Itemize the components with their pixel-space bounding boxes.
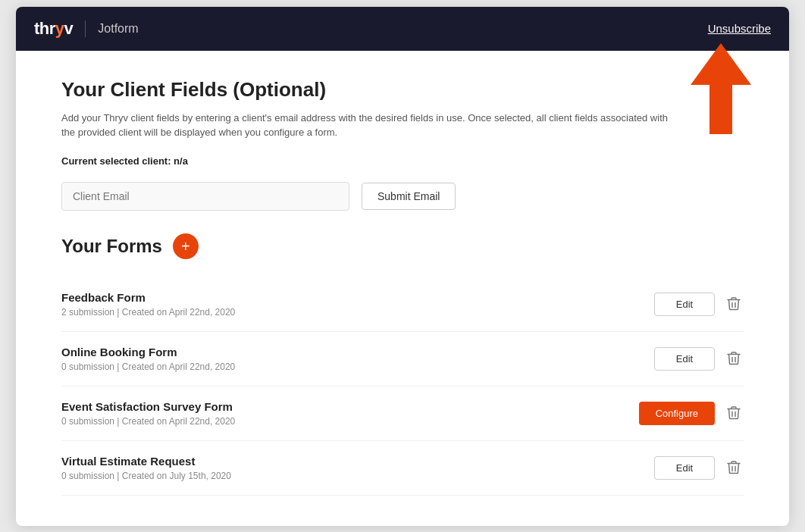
form-meta: 0 submission | Created on July 15th, 202… — [61, 471, 231, 481]
email-input[interactable] — [61, 182, 349, 211]
forms-section-title: Your Forms — [61, 236, 162, 257]
description-text: Add your Thryv client fields by entering… — [61, 111, 683, 140]
form-name: Event Satisfaction Survey Form — [61, 400, 235, 413]
logo: thryv — [34, 19, 73, 39]
form-meta: 2 submission | Created on April 22nd, 20… — [61, 307, 235, 318]
form-meta: 0 submission | Created on April 22nd, 20… — [61, 416, 235, 427]
form-item: Online Booking Form 0 submission | Creat… — [61, 332, 744, 386]
current-client-label: Current selected client: n/a — [61, 155, 744, 167]
header-divider — [85, 20, 86, 37]
form-actions: Edit — [654, 293, 744, 316]
form-actions: Edit — [654, 347, 744, 371]
form-action-button[interactable]: Edit — [654, 347, 715, 371]
app-name-label: Jotform — [98, 22, 138, 36]
form-action-button[interactable]: Configure — [639, 402, 715, 425]
form-actions: Configure — [639, 402, 744, 425]
page-title: Your Client Fields (Optional) — [61, 78, 744, 102]
forms-header: Your Forms + — [61, 233, 744, 259]
form-info: Online Booking Form 0 submission | Creat… — [61, 346, 235, 372]
form-item: Event Satisfaction Survey Form 0 submiss… — [61, 386, 744, 441]
header: thryv Jotform Unsubscribe — [16, 7, 789, 51]
form-item: Virtual Estimate Request 0 submission | … — [61, 441, 744, 496]
submit-email-button[interactable]: Submit Email — [362, 183, 456, 210]
form-info: Event Satisfaction Survey Form 0 submiss… — [61, 400, 235, 427]
unsubscribe-button[interactable]: Unsubscribe — [708, 22, 771, 35]
form-meta: 0 submission | Created on April 22nd, 20… — [61, 361, 235, 372]
form-info: Virtual Estimate Request 0 submission | … — [61, 455, 231, 481]
form-name: Virtual Estimate Request — [61, 455, 231, 468]
header-left: thryv Jotform — [34, 19, 139, 39]
form-actions: Edit — [654, 456, 744, 480]
form-info: Feedback Form 2 submission | Created on … — [61, 291, 235, 318]
delete-form-button[interactable] — [724, 457, 744, 478]
delete-form-button[interactable] — [724, 402, 744, 424]
main-content: Your Client Fields (Optional) Add your T… — [16, 51, 789, 526]
form-action-button[interactable]: Edit — [654, 293, 715, 316]
email-input-row: Submit Email — [61, 182, 744, 211]
form-item: Feedback Form 2 submission | Created on … — [61, 277, 744, 332]
delete-form-button[interactable] — [724, 293, 744, 315]
form-action-button[interactable]: Edit — [654, 456, 715, 480]
forms-list: Feedback Form 2 submission | Created on … — [61, 277, 744, 496]
form-name: Online Booking Form — [61, 346, 235, 358]
form-name: Feedback Form — [61, 291, 235, 304]
add-form-button[interactable]: + — [173, 233, 199, 259]
delete-form-button[interactable] — [724, 348, 744, 369]
